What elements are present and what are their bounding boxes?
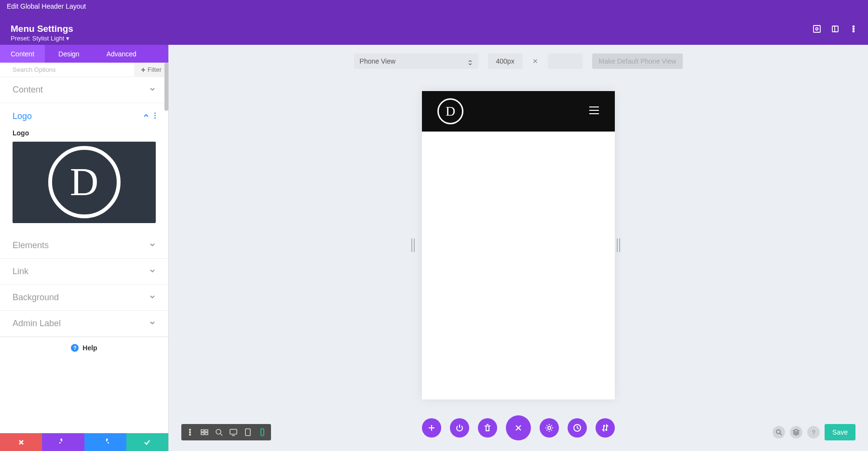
section-label: Content [13,85,43,95]
section-elements[interactable]: Elements [0,233,168,259]
kebab-icon[interactable] [154,111,156,121]
preset-selector[interactable]: Preset: Stylist Light ▾ [11,35,69,42]
hamburger-icon[interactable] [589,106,599,117]
help-button[interactable]: ? Help [0,337,168,358]
chevron-up-icon [143,111,149,121]
resize-handle-left[interactable] [411,239,420,252]
section-label: Admin Label [13,318,61,329]
svg-point-11 [190,434,191,436]
sort-button[interactable] [596,418,615,438]
responsive-icon[interactable] [813,25,821,33]
search-icon[interactable] [773,426,785,438]
desktop-icon[interactable] [230,428,237,436]
svg-point-22 [776,430,780,434]
svg-rect-13 [205,430,208,432]
history-button[interactable] [568,418,587,438]
wireframe-icon[interactable] [201,428,208,436]
preview-header[interactable]: D [422,91,615,132]
svg-rect-17 [230,429,237,434]
svg-rect-12 [201,430,204,432]
svg-point-5 [853,30,854,32]
preview-logo[interactable]: D [437,98,463,124]
section-label: Logo [13,111,32,121]
panel-title: Menu Settings [11,24,73,34]
trash-button[interactable] [478,418,497,438]
chevron-down-icon [149,266,156,277]
chevron-down-icon [149,292,156,303]
filter-label: Filter [148,66,162,73]
settings-button[interactable] [540,418,559,438]
search-input[interactable]: Search Options [13,66,56,73]
svg-point-7 [154,115,156,116]
section-label: Elements [13,240,49,251]
section-content[interactable]: Content [0,77,168,103]
svg-point-3 [853,26,854,27]
tablet-icon[interactable] [244,428,252,436]
save-button[interactable]: Save [825,424,855,440]
phone-preview: D [422,91,615,399]
logo-letter: D [70,159,98,205]
svg-point-10 [190,432,191,433]
dimension-separator: ✕ [532,57,538,65]
svg-point-4 [853,28,854,29]
make-default-button[interactable]: Make Default Phone View [592,53,683,69]
section-label: Background [13,292,59,303]
close-action-button[interactable] [506,415,531,440]
svg-point-20 [548,426,551,429]
power-button[interactable] [450,418,469,438]
confirm-button[interactable] [126,433,168,451]
section-admin-label[interactable]: Admin Label [0,311,168,337]
svg-point-8 [154,117,156,119]
zoom-icon[interactable] [215,428,223,436]
svg-point-0 [816,27,818,30]
section-background[interactable]: Background [0,285,168,311]
svg-point-16 [216,429,221,434]
kebab-icon[interactable] [186,428,194,436]
topbar-title: Edit Global Header Layout [7,2,86,10]
svg-rect-18 [245,429,250,436]
logo-field-label: Logo [13,129,156,137]
tab-advanced[interactable]: Advanced [93,45,150,63]
action-toolbar [422,415,615,440]
svg-rect-1 [814,26,820,32]
device-toolbar [181,424,271,440]
help-label: Help [82,344,97,352]
tab-content[interactable]: Content [0,45,45,63]
expand-icon[interactable] [831,25,839,33]
chevron-down-icon [149,85,156,95]
svg-rect-14 [201,433,204,435]
view-dropdown[interactable]: Phone View [354,53,478,69]
view-label: Phone View [360,57,395,65]
svg-rect-2 [832,26,838,32]
tab-design[interactable]: Design [45,45,93,63]
phone-icon[interactable] [258,428,266,436]
cancel-button[interactable] [0,433,42,451]
section-label: Link [13,266,28,277]
section-link[interactable]: Link [0,259,168,285]
select-icon [468,59,473,64]
resize-handle-right[interactable] [617,239,625,252]
help-icon: ? [71,344,79,352]
svg-point-6 [154,112,156,114]
filter-button[interactable]: Filter [134,63,168,77]
svg-point-9 [190,429,191,431]
width-input[interactable] [488,53,523,69]
undo-button[interactable] [42,433,84,451]
chevron-down-icon [149,240,156,251]
logo-image-upload[interactable]: D [13,142,156,223]
chevron-down-icon [149,318,156,329]
redo-button[interactable] [84,433,126,451]
section-logo[interactable]: Logo [0,103,168,129]
add-button[interactable] [422,418,441,438]
svg-rect-15 [205,433,208,435]
svg-rect-19 [261,429,264,436]
help-icon[interactable]: ? [807,426,820,438]
logo-letter: D [446,104,455,119]
layers-icon[interactable] [790,426,802,438]
height-input[interactable] [548,53,583,69]
kebab-icon[interactable] [850,25,857,33]
scrollbar[interactable] [164,63,168,111]
